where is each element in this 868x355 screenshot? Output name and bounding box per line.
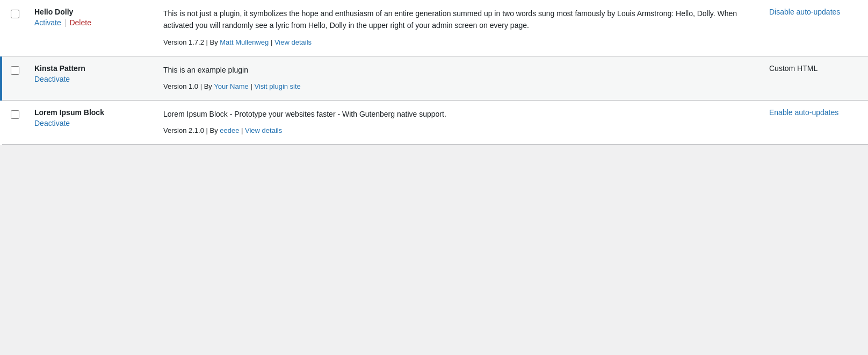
plugin-name-kinsta-pattern: Kinsta Pattern: [34, 64, 146, 73]
plugin-description-kinsta-pattern: This is an example plugin: [163, 64, 752, 76]
version-separator-lorem-ipsum-block: |: [239, 126, 245, 134]
plugin-author-kinsta-pattern[interactable]: Your Name: [214, 82, 249, 90]
version-separator-hello-dolly: |: [269, 38, 274, 46]
plugin-actions-hello-dolly: Activate|Delete: [34, 18, 146, 27]
plugin-view-details-kinsta-pattern[interactable]: Visit plugin site: [254, 82, 300, 90]
plugin-author-hello-dolly[interactable]: Matt Mullenweg: [220, 38, 269, 46]
plugins-table: Hello DollyActivate|DeleteThis is not ju…: [0, 0, 868, 145]
plugin-view-details-lorem-ipsum-block[interactable]: View details: [245, 126, 282, 134]
plugin-row-kinsta-pattern: Kinsta PatternDeactivateThis is an examp…: [1, 56, 868, 100]
plugin-name-cell-hello-dolly: Hello DollyActivate|Delete: [26, 0, 155, 56]
plugin-row-lorem-ipsum-block: Lorem Ipsum BlockDeactivateLorem Ipsum B…: [1, 100, 868, 144]
plugin-version-kinsta-pattern: Version 1.0 | By: [163, 82, 214, 90]
plugin-version-lorem-ipsum-block: Version 2.1.0 | By: [163, 126, 220, 134]
plugin-name-hello-dolly: Hello Dolly: [34, 8, 146, 16]
action-separator: |: [64, 18, 67, 27]
plugin-checkbox-cell-hello-dolly: [1, 0, 26, 56]
plugin-actions-lorem-ipsum-block: Deactivate: [34, 119, 146, 127]
plugin-version-info-hello-dolly: Version 1.7.2 | By Matt Mullenweg | View…: [163, 37, 752, 48]
plugin-name-cell-kinsta-pattern: Kinsta PatternDeactivate: [26, 56, 155, 100]
plugin-autoupdate-kinsta-pattern: Custom HTML: [769, 64, 818, 73]
plugin-actions-kinsta-pattern: Deactivate: [34, 75, 146, 83]
deactivate-kinsta[interactable]: Deactivate: [34, 75, 70, 83]
plugin-autoupdate-cell-hello-dolly: Disable auto-updates: [761, 0, 868, 56]
plugin-autoupdate-hello-dolly[interactable]: Disable auto-updates: [769, 8, 840, 16]
deactivate-lorem[interactable]: Deactivate: [34, 119, 70, 127]
plugin-version-hello-dolly: Version 1.7.2 | By: [163, 38, 220, 46]
plugin-version-info-lorem-ipsum-block: Version 2.1.0 | By eedee | View details: [163, 125, 752, 137]
plugin-version-info-kinsta-pattern: Version 1.0 | By Your Name | Visit plugi…: [163, 81, 752, 93]
version-separator-kinsta-pattern: |: [249, 82, 255, 90]
plugin-checkbox-kinsta-pattern[interactable]: [11, 66, 19, 75]
plugin-description-cell-kinsta-pattern: This is an example pluginVersion 1.0 | B…: [155, 56, 761, 100]
plugin-checkbox-cell-lorem-ipsum-block: [1, 100, 26, 144]
plugin-checkbox-cell-kinsta-pattern: [1, 56, 26, 100]
plugin-checkbox-hello-dolly[interactable]: [11, 10, 19, 18]
plugin-autoupdate-cell-lorem-ipsum-block: Enable auto-updates: [761, 100, 868, 144]
plugin-author-lorem-ipsum-block[interactable]: eedee: [220, 126, 239, 134]
plugin-autoupdate-lorem-ipsum-block[interactable]: Enable auto-updates: [769, 108, 838, 117]
activate-hello-dolly[interactable]: Activate: [34, 18, 61, 27]
plugin-name-lorem-ipsum-block: Lorem Ipsum Block: [34, 108, 146, 117]
plugin-description-lorem-ipsum-block: Lorem Ipsum Block - Prototype your websi…: [163, 108, 752, 120]
plugin-description-cell-hello-dolly: This is not just a plugin, it symbolizes…: [155, 0, 761, 56]
plugin-description-hello-dolly: This is not just a plugin, it symbolizes…: [163, 8, 752, 32]
plugin-checkbox-lorem-ipsum-block[interactable]: [11, 110, 19, 119]
delete-hello-dolly[interactable]: Delete: [69, 18, 91, 27]
plugin-view-details-hello-dolly[interactable]: View details: [274, 38, 312, 46]
plugin-description-cell-lorem-ipsum-block: Lorem Ipsum Block - Prototype your websi…: [155, 100, 761, 144]
plugin-name-cell-lorem-ipsum-block: Lorem Ipsum BlockDeactivate: [26, 100, 155, 144]
plugin-autoupdate-cell-kinsta-pattern: Custom HTML: [761, 56, 868, 100]
plugin-row-hello-dolly: Hello DollyActivate|DeleteThis is not ju…: [1, 0, 868, 56]
